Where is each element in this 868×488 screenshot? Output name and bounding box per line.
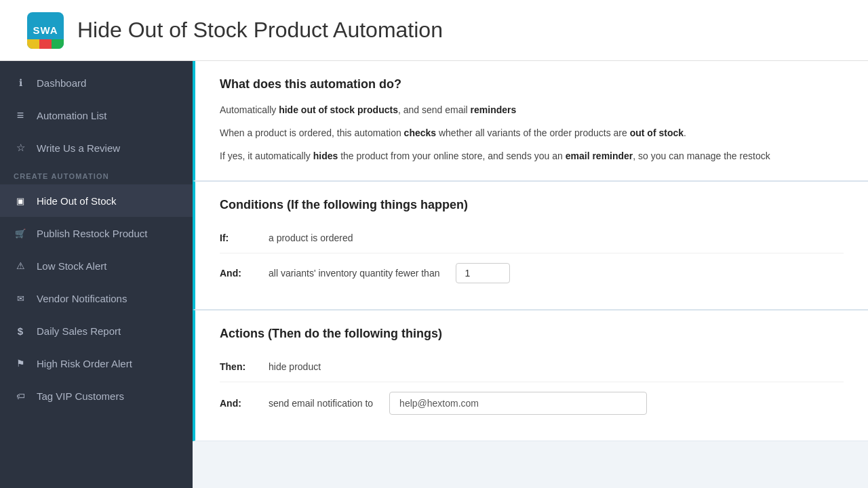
action-label-then: Then: [220,361,258,372]
condition-row-2: And: all variants' inventory quantity fe… [220,253,844,293]
condition-text-and: all variants' inventory quantity fewer t… [269,268,439,279]
list-icon [14,108,27,122]
cart-icon [14,226,27,240]
actions-body: Then: hide product And: send email notif… [220,352,844,424]
info-line3-bold1: hides [313,150,338,161]
info-card-title: What does this automation do? [220,77,844,92]
star-icon [14,141,27,155]
sidebar-label-dashboard: Dashboard [37,77,86,89]
page-title: Hide Out of Stock Product Automation [77,18,443,43]
email-input[interactable] [389,392,647,415]
sidebar-item-publish-restock[interactable]: Publish Restock Product [0,217,193,249]
sidebar-label-low-stock-alert: Low Stock Alert [37,260,106,272]
info-line1-bold1: hide out of stock products [279,104,398,115]
sidebar-item-vendor-notifications[interactable]: Vendor Notifications [0,282,193,314]
sidebar-label-tag-vip-customers: Tag VIP Customers [37,390,124,402]
info-line1-mid: , and send email [398,104,471,115]
info-line1-bold2: reminders [471,104,517,115]
info-line1-prefix: Automatically [220,104,279,115]
sidebar-label-publish-restock: Publish Restock Product [37,228,147,239]
logo-text: SWA [33,24,58,36]
flag-icon [14,357,27,370]
info-line3-prefix: If yes, it automatically [220,150,313,161]
sidebar-section-create: CREATE AUTOMATION [0,164,193,184]
condition-label-if: If: [220,232,258,243]
info-line3-bold2: email reminder [566,150,633,161]
info-line-2: When a product is ordered, this automati… [220,125,844,142]
sidebar-label-hide-out-of-stock: Hide Out of Stock [37,195,117,207]
info-line2-prefix: When a product is ordered, this automati… [220,127,404,138]
conditions-card: Conditions (If the following things happ… [193,181,868,310]
dollar-icon [14,324,27,338]
condition-text-if: a product is ordered [269,232,353,243]
mail-icon [14,291,27,305]
quantity-input[interactable] [456,263,510,283]
tag-icon [14,389,27,403]
info-line2-bold1: checks [404,127,436,138]
conditions-title: Conditions (If the following things happ… [220,198,844,212]
dashboard-icon [14,76,27,89]
info-line2-dot: . [684,127,686,138]
sidebar-label-high-risk-order-alert: High Risk Order Alert [37,358,132,369]
condition-row-1: If: a product is ordered [220,223,844,253]
action-label-and: And: [220,398,258,409]
action-row-2: And: send email notification to [220,382,844,424]
action-text-then: hide product [269,361,321,372]
action-row-1: Then: hide product [220,352,844,382]
sidebar-item-dashboard[interactable]: Dashboard [0,66,193,99]
sidebar-label-daily-sales-report: Daily Sales Report [37,325,121,337]
sidebar-item-automation-list[interactable]: Automation List [0,99,193,131]
info-line2-mid1: whether all variants of the order produc… [436,127,630,138]
sidebar-label-write-review: Write Us a Review [37,142,120,154]
sidebar-label-automation-list: Automation List [37,110,106,121]
actions-card: Actions (Then do the following things) T… [193,310,868,441]
logo: SWA [27,12,64,49]
info-line-3: If yes, it automatically hides the produ… [220,148,844,165]
conditions-body: If: a product is ordered And: all varian… [220,223,844,293]
info-card: What does this automation do? Automatica… [193,61,868,181]
info-card-body: Automatically hide out of stock products… [220,102,844,164]
info-line3-mid1: the product from your online store, and … [338,150,565,161]
info-line3-suffix: , so you can manage the restock [633,150,770,161]
sidebar-item-daily-sales-report[interactable]: Daily Sales Report [0,314,193,347]
app-header: SWA Hide Out of Stock Product Automation [0,0,868,61]
sidebar: Dashboard Automation List Write Us a Rev… [0,61,193,488]
box-icon [14,194,27,207]
actions-title: Actions (Then do the following things) [220,327,844,341]
sidebar-label-vendor-notifications: Vendor Notifications [37,293,127,304]
sidebar-item-hide-out-of-stock[interactable]: Hide Out of Stock [0,184,193,217]
logo-bar [27,39,64,49]
sidebar-item-write-review[interactable]: Write Us a Review [0,131,193,164]
sidebar-item-low-stock-alert[interactable]: Low Stock Alert [0,249,193,282]
condition-label-and: And: [220,268,258,279]
main-content: What does this automation do? Automatica… [193,61,868,488]
info-line-1: Automatically hide out of stock products… [220,102,844,119]
alert-icon [14,259,27,272]
info-line2-bold2: out of stock [630,127,684,138]
sidebar-item-high-risk-order-alert[interactable]: High Risk Order Alert [0,347,193,380]
main-layout: Dashboard Automation List Write Us a Rev… [0,61,868,488]
sidebar-item-tag-vip-customers[interactable]: Tag VIP Customers [0,380,193,412]
action-text-and: send email notification to [269,398,373,409]
